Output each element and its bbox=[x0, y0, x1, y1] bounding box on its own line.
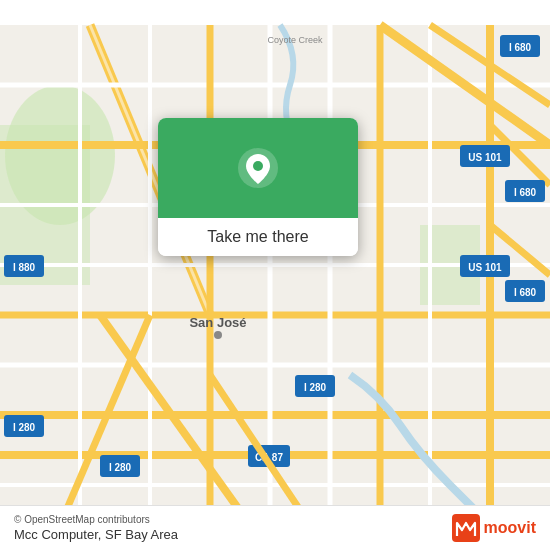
map-container: I 680 I 680 I 680 US 101 US 101 I 880 I … bbox=[0, 0, 550, 550]
svg-text:I 680: I 680 bbox=[514, 287, 537, 298]
card-label-area[interactable]: Take me there bbox=[158, 218, 358, 256]
svg-text:I 680: I 680 bbox=[514, 187, 537, 198]
bottom-bar: © OpenStreetMap contributors Mcc Compute… bbox=[0, 505, 550, 550]
svg-text:US 101: US 101 bbox=[468, 262, 502, 273]
svg-text:Coyote Creek: Coyote Creek bbox=[267, 35, 323, 45]
svg-text:San José: San José bbox=[189, 315, 246, 330]
moovit-icon bbox=[452, 514, 480, 542]
map-background: I 680 I 680 I 680 US 101 US 101 I 880 I … bbox=[0, 0, 550, 550]
svg-text:I 680: I 680 bbox=[509, 42, 532, 53]
take-me-there-button[interactable]: Take me there bbox=[207, 228, 308, 245]
svg-text:I 280: I 280 bbox=[304, 382, 327, 393]
svg-text:I 280: I 280 bbox=[13, 422, 36, 433]
place-name-label: Mcc Computer, SF Bay Area bbox=[14, 527, 178, 542]
bottom-left-info: © OpenStreetMap contributors Mcc Compute… bbox=[14, 514, 178, 542]
svg-point-54 bbox=[253, 161, 263, 171]
moovit-logo: moovit bbox=[452, 514, 536, 542]
svg-text:I 880: I 880 bbox=[13, 262, 36, 273]
location-pin-icon bbox=[236, 146, 280, 190]
map-attribution: © OpenStreetMap contributors bbox=[14, 514, 178, 525]
location-card: Take me there bbox=[158, 118, 358, 256]
moovit-brand-label: moovit bbox=[484, 519, 536, 537]
card-green-area bbox=[158, 118, 358, 218]
svg-point-51 bbox=[214, 331, 222, 339]
svg-text:US 101: US 101 bbox=[468, 152, 502, 163]
svg-text:I 280: I 280 bbox=[109, 462, 132, 473]
